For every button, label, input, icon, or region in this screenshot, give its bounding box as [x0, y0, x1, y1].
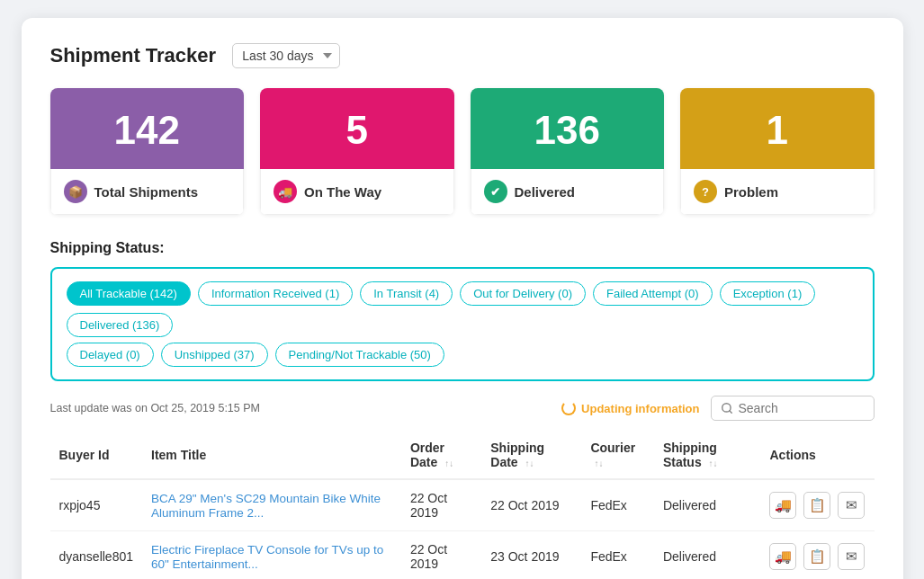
spinner-icon: [561, 401, 576, 415]
shipping-date-sort-icon[interactable]: ↑↓: [525, 459, 534, 468]
stat-total-shipments: 142 📦 Total Shipments: [50, 88, 245, 215]
filter-delayed[interactable]: Delayed (0): [67, 343, 154, 367]
svg-line-1: [729, 411, 731, 414]
main-card: Shipment Tracker Last 30 days Last 7 day…: [22, 18, 903, 579]
cell-order-date: 22 Oct 2019: [401, 479, 481, 531]
table-header-row: Buyer Id Item Title Order Date ↑↓ Shippi…: [50, 432, 875, 479]
filter-delivered[interactable]: Delivered (136): [67, 313, 174, 337]
filter-row-2: Delayed (0) Unshipped (37) Pending/Not T…: [67, 343, 858, 367]
view-button[interactable]: 📋: [803, 543, 830, 570]
filter-information-received[interactable]: Information Received (1): [198, 281, 353, 306]
search-input[interactable]: [739, 401, 865, 415]
status-sort-icon[interactable]: ↑↓: [709, 459, 718, 468]
page-title: Shipment Tracker: [50, 44, 217, 67]
stat-problem-number: 1: [680, 88, 875, 169]
email-button[interactable]: ✉: [838, 543, 865, 570]
courier-sort-icon[interactable]: ↑↓: [594, 459, 603, 468]
table-toolbar: Last update was on Oct 25, 2019 5:15 PM …: [50, 396, 875, 421]
cell-shipping-date: 23 Oct 2019: [481, 531, 581, 580]
cell-actions: 🚚 📋 ✉: [760, 479, 874, 531]
problem-label: Problem: [724, 184, 778, 200]
filter-failed-attempt[interactable]: Failed Attempt (0): [593, 281, 713, 306]
stats-row: 142 📦 Total Shipments 5 🚚 On The Way 136…: [50, 88, 875, 215]
date-range-select[interactable]: Last 30 days Last 7 days Last 90 days Al…: [232, 43, 340, 68]
on-the-way-label: On The Way: [304, 184, 381, 200]
filter-pending[interactable]: Pending/Not Trackable (50): [275, 343, 444, 367]
cell-order-date: 22 Oct 2019: [401, 531, 481, 580]
cell-item-title[interactable]: Electric Fireplace TV Console for TVs up…: [142, 531, 401, 580]
header: Shipment Tracker Last 30 days Last 7 day…: [50, 43, 875, 68]
track-button[interactable]: 🚚: [769, 543, 796, 570]
col-order-date: Order Date ↑↓: [401, 432, 481, 479]
updating-info: Updating information: [561, 401, 699, 415]
stat-delivered: 136 ✔ Delivered: [471, 88, 665, 215]
col-shipping-status: Shipping Status ↑↓: [654, 432, 761, 479]
order-date-sort-icon[interactable]: ↑↓: [444, 459, 453, 468]
table-row: dyanselle801 Electric Fireplace TV Conso…: [50, 531, 875, 580]
col-shipping-date: Shipping Date ↑↓: [481, 432, 581, 479]
cell-status: Delivered: [654, 479, 761, 531]
filter-in-transit[interactable]: In Transit (4): [360, 281, 453, 306]
last-update-text: Last update was on Oct 25, 2019 5:15 PM: [50, 402, 260, 414]
item-link[interactable]: BCA 29" Men's SC29 Mountain Bike White A…: [151, 492, 381, 520]
filter-out-delivery[interactable]: Out for Delivery (0): [460, 281, 586, 306]
filter-unshipped[interactable]: Unshipped (37): [161, 343, 268, 367]
search-wrap[interactable]: [711, 396, 875, 421]
cell-courier: FedEx: [581, 531, 654, 580]
shipments-table: Buyer Id Item Title Order Date ↑↓ Shippi…: [50, 432, 875, 579]
on-the-way-icon: 🚚: [274, 180, 297, 203]
col-actions: Actions: [760, 432, 874, 479]
stat-total-number: 142: [50, 88, 245, 169]
cell-shipping-date: 22 Oct 2019: [481, 479, 581, 531]
filter-row-1: All Trackable (142) Information Received…: [67, 281, 858, 337]
problem-icon: ?: [694, 180, 717, 203]
track-button[interactable]: 🚚: [769, 492, 796, 519]
item-link[interactable]: Electric Fireplace TV Console for TVs up…: [151, 543, 383, 571]
shipping-status-title: Shipping Status:: [50, 240, 875, 256]
cell-item-title[interactable]: BCA 29" Men's SC29 Mountain Bike White A…: [142, 479, 401, 531]
table-row: rxpjo45 BCA 29" Men's SC29 Mountain Bike…: [50, 479, 875, 531]
col-buyer-id: Buyer Id: [50, 432, 143, 479]
delivered-label: Delivered: [515, 184, 576, 200]
stat-onway-number: 5: [260, 88, 454, 169]
updating-label: Updating information: [581, 402, 699, 415]
toolbar-right: Updating information: [561, 396, 874, 421]
col-item-title: Item Title: [142, 432, 401, 479]
total-shipments-label: Total Shipments: [94, 184, 199, 200]
col-courier: Courier ↑↓: [581, 432, 654, 479]
actions-cell: 🚚 📋 ✉: [769, 543, 865, 570]
filter-box: All Trackable (142) Information Received…: [50, 267, 875, 381]
filter-exception[interactable]: Exception (1): [720, 281, 816, 306]
cell-actions: 🚚 📋 ✉: [760, 531, 874, 580]
cell-buyer-id: dyanselle801: [50, 531, 143, 580]
stat-on-the-way: 5 🚚 On The Way: [260, 88, 454, 215]
stat-delivered-number: 136: [471, 88, 665, 169]
search-icon: [721, 402, 733, 414]
delivered-icon: ✔: [484, 180, 507, 203]
cell-courier: FedEx: [581, 479, 654, 531]
total-shipments-icon: 📦: [64, 180, 87, 203]
cell-status: Delivered: [654, 531, 761, 580]
cell-buyer-id: rxpjo45: [50, 479, 143, 531]
view-button[interactable]: 📋: [803, 492, 830, 519]
actions-cell: 🚚 📋 ✉: [769, 492, 865, 519]
email-button[interactable]: ✉: [838, 492, 865, 519]
stat-problem: 1 ? Problem: [680, 88, 875, 215]
filter-all-trackable[interactable]: All Trackable (142): [67, 281, 191, 306]
